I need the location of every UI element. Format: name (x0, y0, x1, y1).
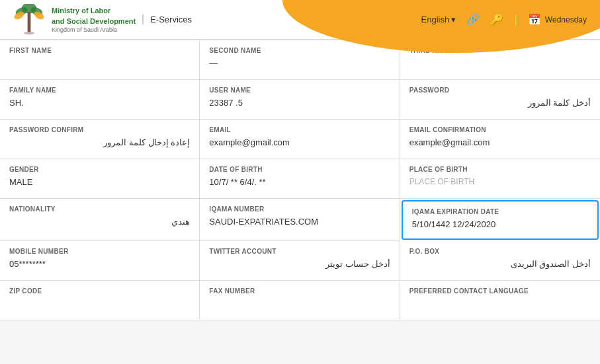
form-cell-mobile-number: MOBILE NUMBER05******** (0, 241, 200, 281)
form-cell-zip-code: ZIP CODE (0, 281, 200, 320)
field-value: — (209, 58, 390, 68)
form-cell-twitter-account: TWITTER ACCOUNTأدخل حساب تويتر (200, 241, 400, 281)
field-label: Preferred contact language (409, 287, 591, 295)
field-label: DATE OF BIRTH (209, 166, 390, 173)
field-value: example@gmail.com (209, 137, 390, 147)
form-cell-email: EMAILexample@gmail.com (200, 120, 400, 159)
form-cell-family-name: FAMILY NAMESH. (0, 80, 200, 120)
field-label: PASSWORD CONFIRM (9, 126, 190, 133)
field-value: example@gmail.com (409, 137, 591, 147)
form-cell-user-name: USER NAME23387 .5 (200, 80, 400, 120)
field-value: إعادة إدخال كلمة المرور (9, 137, 190, 147)
form-cell-second-name: SECOND NAME— (200, 40, 400, 80)
form-cell-password: PASSWORDأدخل كلمة المرور (400, 80, 600, 120)
field-label: PLACE OF BIRTH (409, 166, 591, 173)
field-label: FAX NUMBER (209, 287, 390, 295)
field-label: FAMILY NAME (9, 87, 190, 94)
field-value: 05******** (9, 259, 190, 269)
logo-icon (13, 4, 45, 36)
svg-point-6 (24, 31, 34, 34)
field-value: أدخل الصندوق البريدى (409, 259, 591, 269)
field-value: SH. (9, 98, 190, 108)
field-value: 23387 .5 (209, 98, 390, 108)
field-value: PLACE OF BIRTH (409, 177, 591, 186)
field-label: IQAMA NUMBER (209, 205, 390, 213)
field-label: TWITTER ACCOUNT (209, 248, 390, 255)
field-label: GENDER (9, 166, 190, 173)
field-label: IQAMA EXPIRATION DATE (412, 208, 588, 215)
form-cell-po-box: P.O. BOXأدخل الصندوق البريدى (400, 241, 600, 281)
key-icon[interactable]: 🔑 (490, 13, 503, 26)
date-label: Wednesday (545, 15, 587, 24)
page-header: Ministry of Labor and Social Development… (0, 0, 600, 40)
field-value: MALE (9, 177, 190, 187)
field-label: P.O. BOX (409, 248, 591, 255)
field-label: SECOND NAME (209, 47, 390, 54)
logo-area: Ministry of Labor and Social Development… (13, 4, 192, 36)
field-label: ZIP CODE (9, 287, 190, 295)
field-value: أدخل كلمة المرور (409, 98, 591, 108)
form-cell-password-confirm: PASSWORD CONFIRMإعادة إدخال كلمة المرور (0, 120, 200, 159)
form-cell-gender: GENDERMALE (0, 159, 200, 199)
form-cell-date-of-birth: DATE OF BIRTH10/7/ ** 6/4/. ** (200, 159, 400, 199)
field-value: هندي (9, 217, 190, 227)
language-button[interactable]: English ▾ (421, 15, 456, 24)
form-cell-fax-number: FAX NUMBER (200, 281, 400, 320)
field-value: SAUDI-EXPATRIATES.COM (209, 217, 390, 227)
form-container: FIRST NAMESECOND NAME—THIRD NAMEFAMILY N… (0, 40, 600, 320)
field-label: MOBILE NUMBER (9, 248, 190, 255)
form-cell-iqama-expiration-date: IQAMA EXPIRATION DATE5/10/1442 12/24/202… (402, 200, 599, 240)
form-cell-place-of-birth: PLACE OF BIRTHPLACE OF BIRTH (400, 159, 600, 199)
field-label: THIRD NAME (409, 47, 591, 54)
form-cell-nationality: NATIONALITYهندي (0, 199, 200, 241)
header-divider: | (514, 13, 517, 26)
date-widget: 📅 Wednesday (528, 13, 587, 26)
field-label: EMAIL CONFIRMATION (409, 126, 591, 133)
header-controls: English ▾ 🔗 🔑 | 📅 Wednesday (421, 13, 587, 26)
form-cell-third-name: THIRD NAME (400, 40, 600, 80)
field-label: USER NAME (209, 87, 390, 94)
form-cell-email-confirmation: EMAIL CONFIRMATIONexample@gmail.com (400, 120, 600, 159)
form-cell-preferred-contact-language: Preferred contact language (400, 281, 600, 320)
logo-text: Ministry of Labor and Social Development (52, 6, 136, 26)
field-value: أدخل حساب تويتر (209, 259, 390, 269)
calendar-icon: 📅 (528, 13, 541, 26)
field-value: 10/7/ ** 6/4/. ** (209, 177, 390, 187)
svg-rect-5 (28, 12, 31, 32)
eservices-label: E-Services (142, 15, 192, 24)
field-label: EMAIL (209, 126, 390, 133)
form-cell-first-name: FIRST NAME (0, 40, 200, 80)
form-cell-iqama-number: IQAMA NUMBERSAUDI-EXPATRIATES.COM (200, 199, 400, 241)
logo-subtitle: Kingdom of Saudi Arabia (52, 26, 136, 33)
field-label: FIRST NAME (9, 47, 190, 54)
form-grid: FIRST NAMESECOND NAME—THIRD NAMEFAMILY N… (0, 40, 600, 320)
field-label: NATIONALITY (9, 205, 190, 213)
field-label: PASSWORD (409, 87, 591, 94)
field-value: 5/10/1442 12/24/2020 (412, 219, 588, 229)
link-icon-1[interactable]: 🔗 (466, 13, 480, 26)
